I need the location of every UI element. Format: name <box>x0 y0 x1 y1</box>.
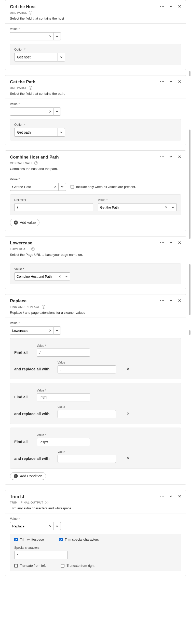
more-icon[interactable] <box>160 298 165 303</box>
chevron-down-icon[interactable] <box>168 240 173 245</box>
remove-condition-icon[interactable]: ✕ <box>126 363 130 372</box>
special-chars-input[interactable] <box>14 551 68 559</box>
help-icon[interactable]: ? <box>29 11 32 14</box>
svg-point-16 <box>162 496 162 496</box>
option-select[interactable]: Get host <box>14 53 58 61</box>
find-input[interactable] <box>37 393 90 401</box>
svg-point-5 <box>163 81 164 82</box>
find-input[interactable] <box>37 438 90 446</box>
svg-point-2 <box>163 6 164 7</box>
value-dropdown-button[interactable] <box>58 183 66 191</box>
more-icon[interactable] <box>160 154 165 159</box>
card-title: Trim Id <box>10 494 181 499</box>
clear-icon[interactable]: ✕ <box>49 35 52 38</box>
card-desc: Select the Page URL to base your page na… <box>10 253 181 257</box>
card-type: FIND AND REPLACE <box>10 305 40 308</box>
add-condition-button[interactable]: + Add Condition <box>10 472 46 480</box>
card-title: Lowercase <box>10 241 181 246</box>
value-label: Value <box>10 321 18 325</box>
card-desc: Replace / and page extensions for a clea… <box>10 311 181 315</box>
help-icon[interactable]: ? <box>45 501 48 504</box>
truncate-right-checkbox[interactable] <box>61 564 64 568</box>
option-dropdown-button[interactable] <box>58 53 65 61</box>
help-icon[interactable]: ? <box>34 161 38 165</box>
value-dropdown-button[interactable] <box>53 32 61 40</box>
value-input[interactable] <box>10 326 53 335</box>
clear-icon[interactable]: ✕ <box>49 524 52 528</box>
clear-icon[interactable]: ✕ <box>49 329 52 333</box>
find-input[interactable] <box>37 349 90 357</box>
option-select[interactable]: Get path <box>14 128 58 137</box>
remove-condition-icon[interactable]: ✕ <box>126 452 130 461</box>
delimiter-input[interactable] <box>14 203 93 211</box>
card-type: CONCATENATE <box>10 162 33 165</box>
value-label: Value <box>10 517 18 521</box>
replace-input[interactable] <box>58 455 116 463</box>
delimiter-label: Delimiter <box>14 198 93 202</box>
svg-point-0 <box>160 6 161 7</box>
svg-point-9 <box>160 242 161 243</box>
chevron-down-icon[interactable] <box>168 79 173 84</box>
value-dropdown-button[interactable] <box>53 326 61 335</box>
card-get-path: Get the Path URL PARSE ? Select the fiel… <box>5 75 186 145</box>
help-icon[interactable]: ? <box>42 305 45 309</box>
close-icon[interactable] <box>177 240 182 245</box>
close-icon[interactable] <box>177 298 182 303</box>
card-title: Combine Host and Path <box>10 155 181 160</box>
card-replace: Replace FIND AND REPLACE ? Replace / and… <box>5 294 186 485</box>
value-dropdown-button[interactable] <box>53 522 61 530</box>
value-input[interactable] <box>10 32 53 40</box>
chevron-down-icon[interactable] <box>168 298 173 303</box>
value-input[interactable] <box>14 272 63 280</box>
trim-whitespace-checkbox[interactable] <box>14 538 18 541</box>
special-chars-label: Special characters <box>14 546 177 549</box>
chevron-down-icon[interactable] <box>168 4 173 9</box>
more-icon[interactable] <box>160 79 165 84</box>
svg-point-6 <box>160 156 161 157</box>
help-icon[interactable]: ? <box>31 247 35 251</box>
value-input[interactable] <box>10 183 58 191</box>
close-icon[interactable] <box>177 154 182 159</box>
chevron-down-icon[interactable] <box>168 494 173 499</box>
extra-value-input[interactable] <box>98 203 169 211</box>
close-icon[interactable] <box>177 79 182 84</box>
plus-icon: + <box>14 474 18 478</box>
svg-point-7 <box>162 156 162 157</box>
help-icon[interactable]: ? <box>29 86 32 90</box>
replace-input[interactable] <box>58 365 116 373</box>
add-value-button[interactable]: + Add value <box>10 219 39 226</box>
clear-icon[interactable]: ✕ <box>58 275 61 278</box>
include-checkbox[interactable] <box>71 185 74 189</box>
remove-condition-icon[interactable]: ✕ <box>126 407 130 416</box>
svg-point-13 <box>162 300 162 301</box>
value-label: Value <box>98 198 105 202</box>
clear-icon[interactable]: ✕ <box>54 185 57 189</box>
trim-special-checkbox[interactable] <box>59 538 63 541</box>
extra-value-dropdown-button[interactable] <box>169 203 177 211</box>
replace-condition: Find all Value * and replace all with Va… <box>10 428 181 469</box>
value-input[interactable] <box>10 522 53 530</box>
value-input[interactable] <box>10 107 53 116</box>
clear-icon[interactable]: ✕ <box>165 206 168 209</box>
chevron-down-icon[interactable] <box>168 154 173 159</box>
card-desc: Combines the host and the path. <box>10 167 181 171</box>
replace-label: and replace all with <box>14 453 58 461</box>
option-dropdown-button[interactable] <box>58 128 65 137</box>
more-icon[interactable] <box>160 494 165 499</box>
truncate-left-checkbox[interactable] <box>14 564 18 568</box>
value-dropdown-button[interactable] <box>63 272 70 280</box>
replace-label: and replace all with <box>14 408 58 416</box>
clear-icon[interactable]: ✕ <box>49 110 52 114</box>
close-icon[interactable] <box>177 494 182 499</box>
svg-point-15 <box>160 496 161 496</box>
more-icon[interactable] <box>160 4 165 9</box>
scrollbar-mark <box>189 130 190 239</box>
replace-input[interactable] <box>58 410 116 418</box>
card-title: Replace <box>10 299 181 304</box>
close-icon[interactable] <box>177 4 182 9</box>
more-icon[interactable] <box>160 240 165 245</box>
scrollbar-mark <box>189 264 190 315</box>
svg-point-4 <box>162 81 162 82</box>
truncate-right-label: Truncate from right <box>66 564 94 568</box>
value-dropdown-button[interactable] <box>53 107 61 116</box>
